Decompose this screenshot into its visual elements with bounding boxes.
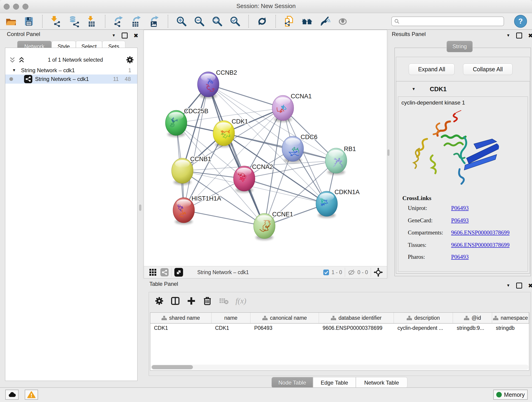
export-network-icon[interactable]	[113, 15, 125, 27]
splitter-handle[interactable]	[387, 149, 389, 156]
crosslink-link[interactable]: P06493	[451, 217, 469, 224]
control-panel-title: Control Panel	[7, 31, 40, 37]
refresh-layout-icon[interactable]	[256, 15, 268, 27]
column-header-name[interactable]: name	[211, 313, 251, 323]
tab-string[interactable]: String	[447, 41, 473, 52]
zoom-in-icon[interactable]	[176, 15, 187, 27]
table-cell[interactable]: 9606.ENSP00000378699	[319, 324, 394, 332]
network-node-HIST1H1A	[173, 198, 195, 223]
birds-eye-toggle-icon[interactable]	[374, 268, 383, 277]
import-network-from-file-icon[interactable]	[50, 15, 62, 27]
horizontal-scrollbar[interactable]	[151, 365, 529, 370]
network-overview-icon[interactable]	[301, 15, 313, 27]
detach-view-icon[interactable]	[174, 268, 183, 277]
scrollbar-thumb[interactable]	[152, 365, 193, 369]
gene-section: ▼ CDK1 cyclin-dependent kinase 1	[396, 81, 530, 274]
panel-float-icon[interactable]	[516, 32, 522, 38]
panel-close-icon[interactable]: ✖	[528, 33, 532, 38]
panel-float-icon[interactable]	[122, 32, 128, 38]
network-graph[interactable]: CCNB2CCNA1CDC25BCDK1CDC6RB1CCNB1CCNA2CDK…	[144, 30, 387, 266]
control-panel: Control Panel ▼ ✖ Network Style Select S…	[0, 30, 142, 387]
crosslink-link[interactable]: 9606.ENSP00000378699	[451, 230, 510, 236]
search-field[interactable]	[391, 17, 504, 26]
network-node-CCNE1	[254, 213, 275, 239]
crosslink-link[interactable]: P06493	[451, 205, 469, 211]
show-columns-icon[interactable]	[171, 296, 180, 306]
network-collection-row[interactable]: ▼ String Network – cdk1 1	[5, 66, 137, 75]
column-header-database-identifier[interactable]: database identifier	[319, 313, 394, 323]
network-node-CDC25B	[165, 110, 187, 135]
network-node-CCNA2	[234, 166, 255, 191]
table-settings-gear-icon[interactable]	[154, 296, 164, 306]
panel-menu-icon[interactable]: ▼	[506, 283, 510, 288]
column-header-description[interactable]: description	[394, 313, 453, 323]
gene-section-header[interactable]: ▼ CDK1	[396, 83, 530, 95]
expand-all-icon[interactable]	[9, 56, 16, 63]
zoom-selected-icon[interactable]	[229, 15, 241, 27]
search-input[interactable]	[399, 18, 501, 25]
function-builder-icon[interactable]: f(x)	[235, 297, 246, 305]
import-network-from-database-icon[interactable]	[68, 15, 80, 27]
expand-all-button[interactable]: Expand All	[409, 64, 455, 75]
collapse-all-icon[interactable]	[18, 56, 25, 63]
network-view-icon[interactable]	[160, 268, 169, 276]
collapse-arrow-icon[interactable]: ▼	[412, 87, 416, 91]
zoom-out-icon[interactable]	[193, 15, 205, 27]
table-cell[interactable]: cyclin-dependent ...	[394, 324, 453, 332]
table-cell[interactable]: stringdb:9...	[453, 324, 492, 332]
panel-close-icon[interactable]: ✖	[528, 283, 532, 288]
svg-text:CDKN1A: CDKN1A	[335, 189, 360, 196]
crosslink-link[interactable]: 9606.ENSP00000378699	[451, 242, 510, 248]
column-header--id[interactable]: @id	[453, 313, 492, 323]
grid-view-icon[interactable]	[149, 268, 157, 276]
export-image-icon[interactable]	[148, 15, 160, 27]
panel-float-icon[interactable]	[516, 283, 522, 288]
table-cell[interactable]: stringdb	[492, 324, 529, 332]
tab-edge-table[interactable]: Edge Table	[313, 377, 356, 388]
zoom-fit-icon[interactable]	[211, 15, 223, 27]
table-cell[interactable]: CDK1	[211, 324, 251, 332]
table-row[interactable]: CDK1CDK1P064939606.ENSP00000378699cyclin…	[150, 324, 529, 332]
collection-count: 1	[128, 67, 131, 74]
collapse-all-button[interactable]: Collapse All	[463, 64, 513, 75]
delete-column-icon[interactable]	[203, 296, 212, 306]
gear-icon[interactable]	[126, 56, 134, 64]
network-canvas[interactable]: CCNB2CCNA1CDC25BCDK1CDC6RB1CCNB1CCNA2CDK…	[144, 30, 387, 279]
add-column-icon[interactable]	[186, 296, 196, 306]
warnings-button[interactable]	[25, 390, 38, 400]
crosslink-link[interactable]: P06493	[451, 254, 469, 260]
tab-network-table[interactable]: Network Table	[356, 377, 407, 388]
network-row[interactable]: String Network – cdk1 11 48	[5, 75, 137, 84]
hidden-eye-icon[interactable]	[348, 269, 355, 276]
panel-menu-icon[interactable]: ▼	[506, 33, 510, 38]
panel-close-icon[interactable]: ✖	[133, 33, 138, 38]
tab-node-table[interactable]: Node Table	[272, 377, 313, 388]
export-table-icon[interactable]	[131, 15, 143, 27]
memory-label: Memory	[504, 391, 525, 398]
open-session-icon[interactable]	[5, 15, 17, 27]
show-graphics-details-icon[interactable]	[337, 15, 349, 27]
column-header-namespace[interactable]: namespace	[492, 313, 529, 323]
cloud-icon	[8, 391, 16, 398]
panel-menu-icon[interactable]: ▼	[112, 33, 116, 38]
svg-text:CDC25B: CDC25B	[184, 108, 209, 115]
protein-structure-image	[405, 109, 504, 187]
splitter-handle[interactable]	[139, 204, 141, 211]
delete-table-icon[interactable]	[219, 296, 229, 306]
help-button[interactable]: ?	[514, 15, 527, 28]
toolbar-separator	[275, 15, 276, 28]
column-header-shared-name[interactable]: shared name	[150, 313, 211, 323]
hide-graphics-details-icon[interactable]	[319, 15, 331, 27]
collapse-arrow-icon[interactable]: ▼	[12, 68, 16, 73]
node-table[interactable]: shared namenamecanonical namedatabase id…	[150, 313, 529, 370]
network-node-CCNB2	[197, 72, 219, 97]
memory-button[interactable]: Memory	[493, 390, 528, 400]
share-document-icon[interactable]	[283, 15, 295, 27]
save-session-icon[interactable]	[23, 15, 35, 27]
table-cell[interactable]: CDK1	[150, 324, 211, 332]
cloud-status-button[interactable]	[5, 390, 19, 400]
column-header-canonical-name[interactable]: canonical name	[250, 313, 319, 323]
import-table-from-file-icon[interactable]	[86, 15, 98, 27]
selected-checkbox-icon[interactable]	[323, 269, 329, 275]
table-cell[interactable]: P06493	[250, 324, 319, 332]
